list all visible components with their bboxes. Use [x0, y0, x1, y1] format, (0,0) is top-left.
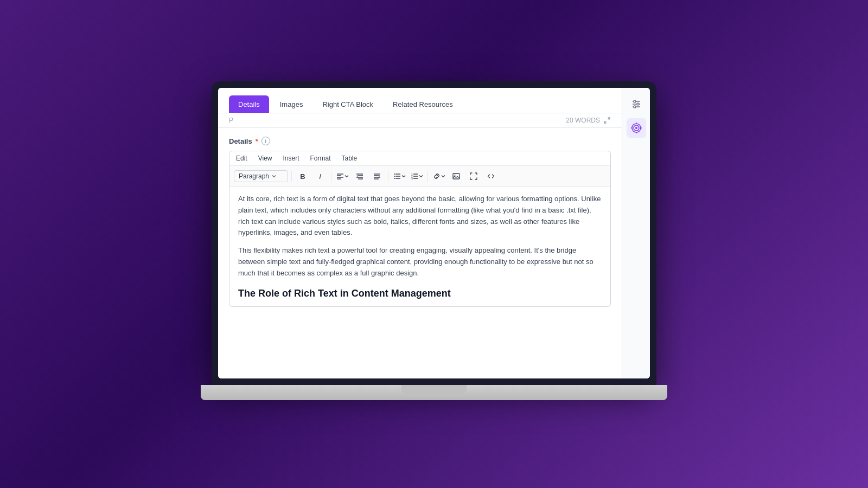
toolbar-separator-3: [388, 171, 388, 182]
code-button[interactable]: [483, 169, 499, 183]
content-body: P 20 WORDS De: [218, 113, 622, 378]
indent-left-button[interactable]: [352, 169, 367, 183]
main-content: Details Images Right CTA Block Related R…: [218, 88, 622, 378]
content-heading-1: The Role of Rich Text in Content Managem…: [238, 286, 602, 301]
link-chevron-icon: [441, 174, 445, 178]
link-icon: [433, 172, 441, 180]
rich-editor: Edit View Insert Format Table Paragra: [229, 151, 611, 307]
tab-related-resources[interactable]: Related Resources: [384, 96, 462, 113]
menu-table[interactable]: Table: [340, 153, 360, 163]
numbered-chevron-icon: [419, 174, 423, 178]
content-paragraph-2: This flexibility makes rich text a power…: [238, 245, 602, 279]
field-label: Details * i: [229, 137, 611, 145]
svg-point-16: [394, 178, 395, 179]
laptop-screen-bezel: Details Images Right CTA Block Related R…: [212, 81, 656, 385]
resize-icon[interactable]: [603, 117, 611, 124]
bullet-list-icon: [393, 172, 401, 180]
cms-container: Details Images Right CTA Block Related R…: [218, 88, 650, 378]
paragraph-label: P: [229, 117, 233, 124]
svg-point-25: [455, 175, 456, 176]
indent-right-button[interactable]: [369, 169, 385, 183]
align-left-icon: [336, 172, 344, 180]
svg-point-12: [394, 174, 395, 175]
editor-toolbar: Paragraph B I: [229, 166, 610, 187]
toolbar-separator-4: [427, 171, 428, 182]
align-chevron-icon: [344, 174, 349, 178]
laptop-container: Details Images Right CTA Block Related R…: [212, 81, 656, 407]
tab-right-cta-block[interactable]: Right CTA Block: [314, 96, 382, 113]
bold-button[interactable]: B: [295, 169, 310, 183]
indent-left-icon: [356, 172, 363, 180]
code-icon: [487, 172, 495, 180]
editor-section: Details * i Edit View Insert: [218, 128, 622, 316]
required-star: *: [256, 137, 258, 145]
menu-format[interactable]: Format: [308, 153, 333, 163]
tab-images[interactable]: Images: [271, 96, 312, 113]
menu-edit[interactable]: Edit: [234, 153, 250, 163]
laptop-notch: [401, 385, 467, 394]
editor-menubar: Edit View Insert Format Table: [229, 151, 610, 166]
menu-view[interactable]: View: [256, 153, 275, 163]
editor-content[interactable]: At its core, rich text is a form of digi…: [229, 187, 610, 306]
bullet-chevron-icon: [401, 174, 406, 178]
numbered-list-icon: 1.2.3.: [411, 172, 418, 180]
indent-right-icon: [373, 172, 381, 180]
laptop-base: [201, 385, 667, 400]
toolbar-separator-2: [331, 171, 331, 182]
bullet-list-btn[interactable]: [392, 169, 407, 183]
paragraph-select[interactable]: Paragraph: [234, 170, 288, 182]
fullscreen-icon: [470, 172, 477, 180]
link-btn[interactable]: [431, 169, 446, 183]
laptop-screen: Details Images Right CTA Block Related R…: [218, 88, 650, 378]
svg-point-31: [634, 106, 636, 108]
svg-text:3.: 3.: [411, 177, 413, 180]
align-left-btn[interactable]: [335, 169, 350, 183]
image-button[interactable]: [449, 169, 464, 183]
svg-point-30: [637, 103, 639, 105]
chevron-down-icon: [271, 174, 277, 179]
svg-point-14: [394, 176, 395, 177]
svg-rect-24: [453, 174, 459, 179]
tabs-bar: Details Images Right CTA Block Related R…: [218, 88, 622, 113]
word-count-value: 20 WORDS: [566, 117, 600, 124]
right-sidebar: [622, 88, 650, 378]
toolbar-separator-1: [291, 171, 292, 182]
svg-point-29: [634, 100, 636, 102]
target-icon-btn[interactable]: [627, 118, 646, 138]
word-count-bar: P 20 WORDS: [218, 113, 622, 128]
tab-details[interactable]: Details: [229, 95, 269, 113]
svg-point-34: [635, 127, 637, 129]
field-name: Details: [229, 137, 252, 145]
italic-button[interactable]: I: [312, 169, 328, 183]
word-count-right: 20 WORDS: [566, 117, 611, 124]
filter-icon: [631, 99, 642, 110]
numbered-list-btn[interactable]: 1.2.3.: [409, 169, 424, 183]
content-paragraph-1: At its core, rich text is a form of digi…: [238, 194, 602, 239]
info-icon[interactable]: i: [261, 137, 270, 145]
menu-insert[interactable]: Insert: [280, 153, 301, 163]
target-icon: [630, 122, 642, 134]
fullscreen-button[interactable]: [466, 169, 481, 183]
paragraph-select-label: Paragraph: [239, 172, 269, 180]
image-icon: [452, 172, 460, 180]
filter-icon-btn[interactable]: [627, 94, 646, 114]
